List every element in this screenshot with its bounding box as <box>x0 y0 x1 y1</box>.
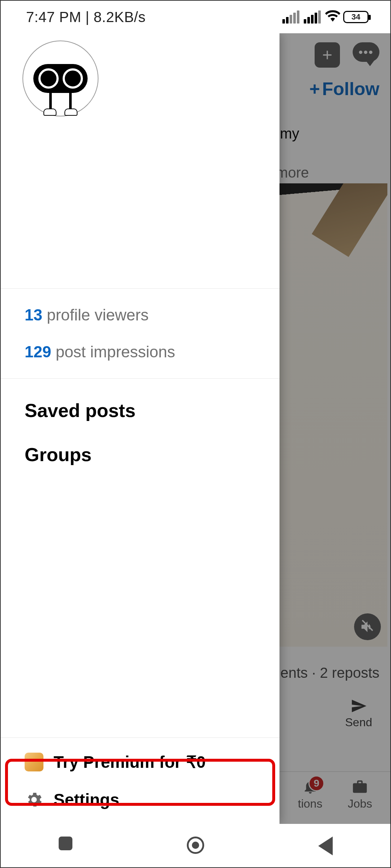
side-drawer: 13 profile viewers 129 post impressions … <box>1 33 279 824</box>
profile-avatar[interactable] <box>22 41 98 116</box>
back-button[interactable] <box>316 837 335 855</box>
status-indicators: 34 <box>282 8 369 26</box>
clock-text: 7:47 PM <box>26 9 81 25</box>
try-premium-row[interactable]: Try Premium for ₹0 <box>25 752 267 772</box>
status-time: 7:47 PM | 8.2KB/s <box>26 9 146 25</box>
signal-icon-2 <box>304 10 321 24</box>
settings-row[interactable]: Settings <box>25 790 267 809</box>
drawer-menu: Saved posts Groups <box>1 379 279 737</box>
settings-label: Settings <box>54 790 119 809</box>
wifi-icon <box>325 8 340 26</box>
profile-viewers-label: profile viewers <box>47 306 148 324</box>
post-impressions-label: post impressions <box>56 343 175 361</box>
post-impressions-count: 129 <box>25 343 51 361</box>
post-impressions-row[interactable]: 129 post impressions <box>25 343 267 361</box>
battery-icon: 34 <box>343 11 369 23</box>
battery-pct: 34 <box>352 12 360 22</box>
groups-item[interactable]: Groups <box>25 444 267 465</box>
profile-viewers-count: 13 <box>25 306 42 324</box>
profile-viewers-row[interactable]: 13 profile viewers <box>25 306 267 324</box>
premium-label: Try Premium for ₹0 <box>54 752 206 772</box>
drawer-header <box>1 33 279 288</box>
system-nav-bar <box>1 824 390 867</box>
signal-icon <box>282 10 299 24</box>
drawer-footer: Try Premium for ₹0 Settings <box>1 737 279 824</box>
net-speed: 8.2KB/s <box>94 9 146 25</box>
drawer-stats: 13 profile viewers 129 post impressions <box>1 288 279 379</box>
home-button[interactable] <box>186 837 205 855</box>
gear-icon <box>25 790 43 809</box>
premium-badge-icon <box>25 753 43 771</box>
status-bar: 7:47 PM | 8.2KB/s 34 <box>1 1 390 33</box>
recents-button[interactable] <box>56 837 75 855</box>
saved-posts-item[interactable]: Saved posts <box>25 400 267 421</box>
